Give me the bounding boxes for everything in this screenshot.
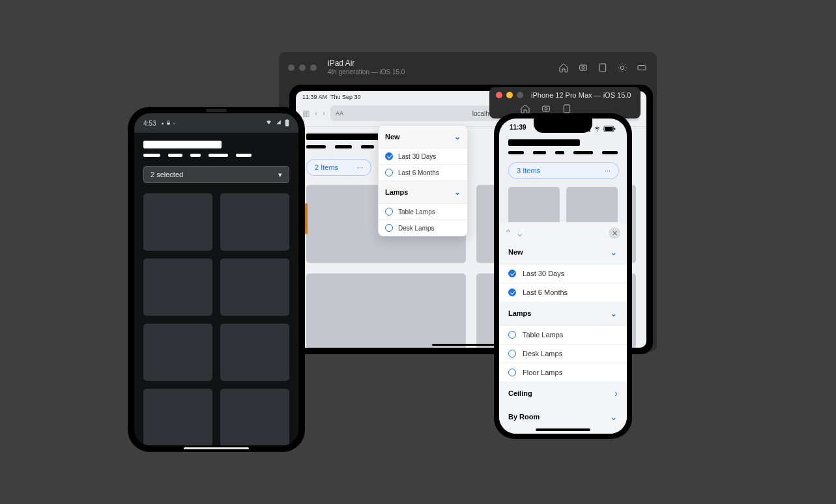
product-card[interactable] [143, 324, 212, 381]
app-icon: ▫ [173, 120, 176, 127]
tab-item[interactable] [335, 145, 352, 148]
product-card[interactable] [220, 389, 289, 445]
ipad-sim-toolbar: iPad Air 4th generation — iOS 15.0 [279, 52, 657, 83]
iphone-sim-titlebar: iPhone 12 Pro Max — iOS 15.0 [496, 91, 634, 99]
appearance-icon[interactable] [616, 62, 628, 74]
radio-icon [385, 224, 393, 232]
page-tabs [508, 151, 618, 154]
tab-item[interactable] [168, 154, 182, 157]
sheet-section-title: Lamps [508, 309, 531, 317]
screenshot-icon[interactable] [577, 62, 589, 74]
popover-option-table-lamps[interactable]: Table Lamps [379, 203, 467, 219]
window-close-button[interactable] [288, 64, 295, 71]
sheet-section-new[interactable]: New ⌄ [499, 240, 627, 264]
radio-icon [508, 331, 516, 339]
iphone-device-frame: 11:39 [494, 113, 632, 439]
window-minimize-button[interactable] [299, 64, 306, 71]
notification-icon: ▪ [162, 120, 164, 127]
tab-item[interactable] [573, 151, 593, 154]
svg-rect-0 [580, 65, 587, 70]
tab-item[interactable] [533, 151, 546, 154]
sheet-option-table-lamps[interactable]: Table Lamps [499, 325, 627, 344]
reader-mode-label[interactable]: AA [336, 110, 343, 117]
switcher-icon[interactable] [597, 62, 609, 74]
popover-section-new[interactable]: New ⌄ [379, 126, 467, 148]
popover-option-last-30-days[interactable]: Last 30 Days [379, 148, 467, 164]
iphone-sim-title: iPhone 12 Pro Max — iOS 15.0 [531, 91, 631, 99]
notch [534, 119, 592, 133]
chevron-down-icon: ⌄ [610, 247, 618, 257]
wifi-icon [593, 126, 601, 133]
sheet-section-lamps[interactable]: Lamps ⌄ [499, 301, 627, 325]
popover-option-label: Last 6 Months [398, 169, 439, 176]
tab-item[interactable] [143, 154, 160, 157]
sheet-option-label: Last 6 Months [523, 288, 568, 296]
pixel-page-content: 2 selected ▾ [134, 133, 298, 445]
keyboard-icon[interactable] [636, 62, 648, 74]
radio-icon [508, 369, 516, 376]
chevron-down-icon: ⌄ [454, 188, 461, 197]
svg-rect-21 [285, 120, 289, 126]
sheet-option-last-30-days[interactable]: Last 30 Days [499, 264, 627, 283]
pixel-screen: 4:53 ▪ ▫ [134, 113, 298, 445]
filter-select[interactable]: 2 selected ▾ [143, 166, 289, 183]
chevron-down-icon: ⌄ [610, 308, 618, 318]
iphone-screen: 11:39 [499, 119, 627, 434]
tab-item[interactable] [361, 145, 374, 148]
popover-option-label: Table Lamps [398, 208, 435, 216]
tab-item[interactable] [236, 154, 252, 157]
sheet-option-label: Last 30 Days [523, 270, 564, 277]
android-status-time: 4:53 [143, 120, 156, 127]
product-card[interactable] [220, 324, 289, 381]
sidebar-toggle-icon[interactable]: ▥ [302, 109, 310, 118]
product-card[interactable] [143, 389, 212, 445]
lock-icon [166, 120, 173, 127]
product-card[interactable] [220, 259, 289, 316]
forward-icon[interactable]: › [323, 109, 325, 118]
pixel-speaker [206, 109, 227, 112]
tab-item[interactable] [555, 151, 564, 154]
product-card[interactable] [220, 193, 289, 251]
filter-chip[interactable]: 3 Items ··· [508, 162, 619, 179]
popover-option-label: Last 30 Days [398, 153, 436, 160]
tab-item[interactable] [190, 154, 201, 157]
window-minimize-button[interactable] [506, 92, 513, 98]
sheet-section-ceiling[interactable]: Ceiling › [499, 382, 627, 405]
radio-icon [508, 350, 516, 357]
popover-section-title: New [385, 133, 400, 141]
tab-item[interactable] [508, 151, 524, 154]
svg-point-1 [582, 66, 584, 69]
home-icon[interactable] [558, 62, 569, 74]
ipad-sim-title: iPad Air [328, 59, 405, 68]
close-icon[interactable]: ✕ [609, 227, 620, 239]
sheet-collapse-icon[interactable]: ⌃ [504, 228, 512, 238]
product-card[interactable] [143, 193, 212, 251]
window-zoom-button[interactable] [517, 92, 523, 98]
tab-item[interactable] [209, 154, 228, 157]
window-close-button[interactable] [496, 92, 502, 98]
window-zoom-button[interactable] [310, 64, 317, 71]
home-indicator [536, 428, 590, 431]
sheet-option-last-6-months[interactable]: Last 6 Months [499, 283, 627, 301]
sheet-section-by-room[interactable]: By Room ⌄ [499, 405, 627, 425]
sheet-option-desk-lamps[interactable]: Desk Lamps [499, 344, 627, 363]
product-card[interactable] [143, 259, 212, 316]
pixel-device-frame: 4:53 ▪ ▫ [128, 107, 305, 452]
android-status-right [265, 119, 289, 128]
popover-option-desk-lamps[interactable]: Desk Lamps [379, 219, 467, 236]
tab-item[interactable] [306, 145, 326, 148]
popover-section-lamps[interactable]: Lamps ⌄ [379, 180, 467, 203]
battery-icon [285, 119, 289, 128]
svg-rect-11 [564, 105, 569, 113]
filter-chip-label: 2 Items [315, 163, 338, 171]
back-icon[interactable]: ‹ [315, 109, 317, 118]
filter-bottom-sheet: ⌃ ⌄ ✕ New ⌄ Last 30 Days Last 6 Months L… [499, 222, 627, 434]
popover-option-last-6-months[interactable]: Last 6 Months [379, 164, 467, 180]
tab-item[interactable] [602, 151, 618, 154]
radio-icon [385, 169, 393, 176]
product-card[interactable] [306, 273, 466, 348]
sheet-expand-icon[interactable]: ⌄ [516, 228, 524, 238]
filter-chip[interactable]: 2 Items ··· [306, 159, 371, 176]
page-title-placeholder [143, 141, 222, 148]
sheet-option-floor-lamps[interactable]: Floor Lamps [499, 363, 627, 382]
